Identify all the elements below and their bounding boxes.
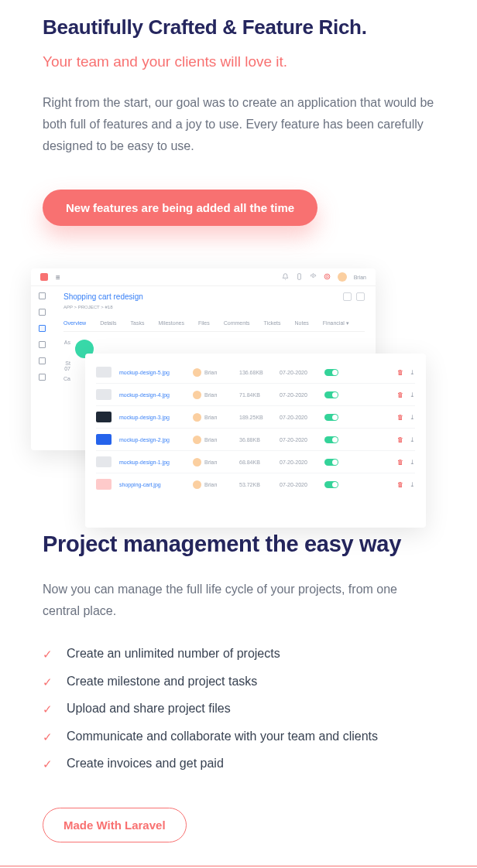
file-row: shopping-cart.jpg Brian 53.72KB 07-20-20…	[96, 473, 415, 495]
project-tabs: Overview Details Tasks Milestones Files …	[63, 320, 365, 332]
tab-financial[interactable]: Financial ▾	[323, 320, 349, 326]
app-logo-icon	[40, 273, 48, 281]
edit-icon[interactable]	[343, 292, 352, 301]
delete-icon[interactable]: 🗑	[397, 459, 403, 466]
breadcrumb: APP > PROJECT > #18	[63, 305, 365, 309]
nav-list-icon[interactable]	[39, 341, 46, 348]
file-name[interactable]: mockup-design-4.jpg	[119, 392, 185, 398]
gear-icon[interactable]	[310, 273, 317, 281]
tab-files[interactable]: Files	[198, 320, 210, 326]
feature-list: ✓Create an unlimited number of projects …	[43, 647, 434, 772]
sidebar	[31, 286, 53, 388]
download-icon[interactable]: ⤓	[410, 369, 415, 376]
nav-clock-icon[interactable]	[39, 357, 46, 364]
file-thumb	[96, 479, 112, 490]
hero-body: Right from the start, our goal was to cr…	[43, 92, 434, 157]
check-icon: ✓	[43, 647, 53, 662]
file-row: mockup-design-4.jpg Brian 71.84KB 07-20-…	[96, 384, 415, 406]
visibility-toggle[interactable]	[324, 459, 338, 466]
bell-icon[interactable]	[282, 273, 289, 281]
feature-item: Create milestone and project tasks	[67, 675, 257, 689]
tab-tasks[interactable]: Tasks	[131, 320, 145, 326]
visibility-toggle[interactable]	[324, 369, 338, 376]
file-thumb	[96, 434, 112, 445]
check-icon: ✓	[43, 757, 53, 772]
file-name[interactable]: mockup-design-3.jpg	[119, 415, 185, 420]
svg-point-1	[312, 275, 314, 277]
tab-notes[interactable]: Notes	[295, 320, 309, 326]
tab-milestones[interactable]: Milestones	[159, 320, 184, 326]
delete-icon[interactable]: 🗑	[397, 369, 403, 376]
nav-archive-icon[interactable]	[39, 374, 46, 381]
visibility-toggle[interactable]	[324, 391, 338, 398]
tab-overview[interactable]: Overview	[63, 320, 86, 326]
avatar	[193, 413, 201, 422]
nav-home-icon[interactable]	[39, 292, 46, 299]
project-title: Shopping cart redesign	[63, 292, 143, 301]
svg-rect-0	[297, 274, 300, 280]
check-icon: ✓	[43, 730, 53, 745]
file-thumb	[96, 389, 112, 400]
delete-icon[interactable]: 🗑	[397, 436, 403, 443]
file-date: 07-20-2020	[280, 370, 317, 375]
section-title: Project management the easy way	[43, 531, 434, 557]
file-row: mockup-design-3.jpg Brian 189.25KB 07-20…	[96, 406, 415, 429]
file-size: 136.68KB	[239, 370, 272, 375]
avatar	[193, 458, 201, 466]
feature-item: Upload and share project files	[67, 702, 231, 716]
new-features-button[interactable]: New features are being added all the tim…	[43, 190, 317, 226]
avatar	[193, 368, 201, 377]
visibility-toggle[interactable]	[324, 414, 338, 421]
visibility-toggle[interactable]	[324, 481, 338, 488]
file-thumb	[96, 412, 112, 422]
file-name[interactable]: mockup-design-1.jpg	[119, 460, 185, 465]
download-icon[interactable]: ⤓	[410, 459, 415, 466]
file-thumb	[96, 456, 112, 467]
file-row: mockup-design-5.jpg Brian 136.68KB 07-20…	[96, 361, 415, 384]
file-name[interactable]: mockup-design-2.jpg	[119, 437, 185, 443]
download-icon[interactable]: ⤓	[410, 436, 415, 443]
download-icon[interactable]: ⤓	[410, 414, 415, 421]
nav-folder-icon[interactable]	[39, 325, 46, 332]
avatar	[193, 480, 201, 489]
hamburger-icon[interactable]: ≡	[56, 273, 60, 282]
delete-icon[interactable]: 🗑	[397, 481, 403, 488]
svg-point-2	[324, 274, 330, 279]
download-icon[interactable]: ⤓	[410, 481, 415, 488]
section-divider	[0, 866, 477, 866]
svg-point-3	[326, 275, 328, 278]
app-screenshot: ≡ Brian	[0, 268, 477, 531]
tab-comments[interactable]: Comments	[224, 320, 250, 326]
check-icon: ✓	[43, 675, 53, 690]
hero-title: Beautifully Crafted & Feature Rich.	[43, 15, 434, 39]
section-lead: Now you can manage the full life cycle o…	[43, 579, 434, 622]
delete-icon[interactable]: 🗑	[397, 391, 403, 398]
file-row: mockup-design-2.jpg Brian 36.88KB 07-20-…	[96, 429, 415, 451]
avatar	[193, 391, 201, 399]
feature-item: Create an unlimited number of projects	[67, 647, 280, 661]
file-thumb	[96, 367, 112, 378]
files-panel: mockup-design-5.jpg Brian 136.68KB 07-20…	[85, 354, 426, 528]
user-name-label: Brian	[354, 275, 366, 280]
nav-user-icon[interactable]	[39, 309, 46, 316]
check-icon: ✓	[43, 702, 53, 717]
trash-icon[interactable]	[356, 292, 365, 301]
file-name[interactable]: mockup-design-5.jpg	[119, 370, 185, 375]
file-name[interactable]: shopping-cart.jpg	[119, 482, 185, 487]
mobile-icon[interactable]	[296, 273, 303, 281]
made-with-laravel-button[interactable]: Made With Laravel	[43, 808, 187, 842]
visibility-toggle[interactable]	[324, 436, 338, 443]
target-icon[interactable]	[324, 273, 331, 281]
tab-details[interactable]: Details	[100, 320, 116, 326]
tab-tickets[interactable]: Tickets	[264, 320, 281, 326]
avatar	[193, 436, 201, 444]
hero-subtitle: Your team and your clients will love it.	[43, 53, 434, 70]
download-icon[interactable]: ⤓	[410, 391, 415, 398]
feature-item: Create invoices and get paid	[67, 757, 224, 771]
avatar[interactable]	[338, 272, 347, 282]
feature-item: Communicate and collaborate with your te…	[67, 730, 378, 743]
file-row: mockup-design-1.jpg Brian 68.84KB 07-20-…	[96, 451, 415, 473]
delete-icon[interactable]: 🗑	[397, 414, 403, 421]
